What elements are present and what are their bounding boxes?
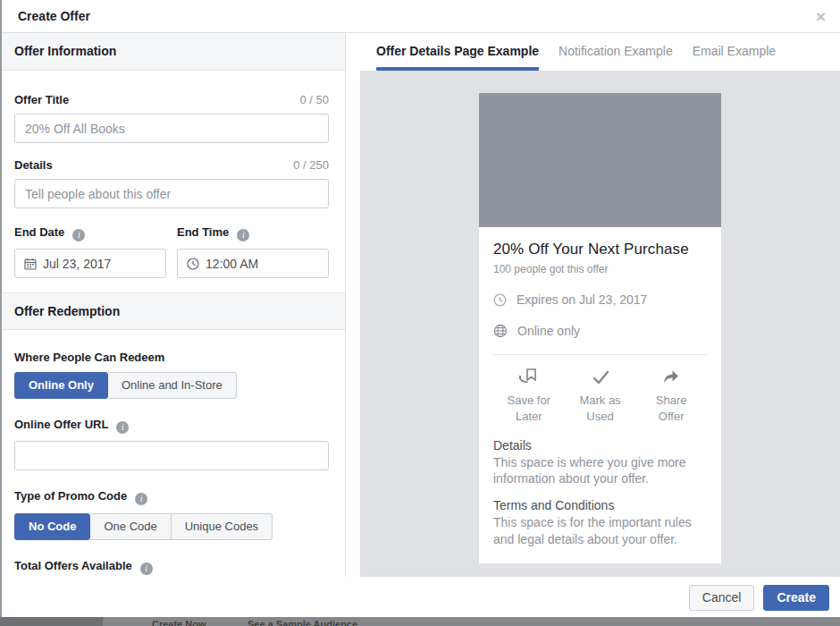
preview-location-text: Online only	[517, 324, 580, 338]
total-offers-label: Total Offers Available	[14, 559, 132, 572]
preview-tabbar: Offer Details Page Example Notification …	[360, 33, 840, 72]
offer-title-counter: 0 / 50	[299, 93, 329, 106]
online-offer-url-input[interactable]	[14, 441, 329, 470]
background-create-now-text: Create Now	[152, 619, 206, 626]
preview-details-text: This space is where you give more inform…	[493, 454, 707, 486]
promo-code-info-icon[interactable]: i	[135, 493, 147, 505]
details-counter: 0 / 250	[293, 158, 329, 172]
preview-details-heading: Details	[493, 438, 707, 453]
end-time-value: 12:00 AM	[206, 257, 258, 271]
mark-as-used-action[interactable]: Mark as Used	[565, 368, 636, 424]
save-for-later-label: Save for Later	[501, 393, 557, 424]
promo-option-one-code[interactable]: One Code	[90, 513, 171, 540]
share-offer-label: Share Offer	[643, 393, 699, 424]
details-input[interactable]	[14, 179, 329, 208]
section-offer-redemption: Offer Redemption	[0, 292, 345, 330]
redeem-option-online-only[interactable]: Online Only	[14, 372, 108, 399]
tab-notification-example[interactable]: Notification Example	[559, 33, 673, 71]
preview-expiry-text: Expires on Jul 23, 2017	[517, 292, 647, 307]
details-label: Details	[14, 158, 53, 172]
dimmed-background-strip: Create Now See a Sample Audience	[0, 617, 840, 626]
background-sample-audience-text: See a Sample Audience	[248, 619, 357, 626]
cancel-button[interactable]: Cancel	[689, 585, 755, 611]
modal-footer: Cancel Create	[0, 577, 840, 617]
redeem-option-online-and-in-store[interactable]: Online and In-Store	[108, 372, 237, 399]
offer-title-input[interactable]	[14, 114, 329, 143]
promo-segmented-control: No Code One Code Unique Codes	[14, 513, 329, 540]
online-offer-url-info-icon[interactable]: i	[116, 421, 129, 434]
share-offer-action[interactable]: Share Offer	[635, 368, 707, 424]
save-bookmark-icon	[493, 368, 565, 387]
tab-offer-details-page-example[interactable]: Offer Details Page Example	[376, 33, 539, 71]
online-offer-url-label: Online Offer URL	[14, 418, 108, 431]
modal-title: Create Offer	[18, 9, 816, 23]
clock-icon	[187, 258, 199, 270]
redeem-segmented-control: Online Only Online and In-Store	[14, 372, 329, 399]
promo-code-label: Type of Promo Code	[14, 489, 127, 503]
total-offers-info-icon[interactable]: i	[140, 563, 153, 575]
preview-panel: Offer Details Page Example Notification …	[360, 33, 840, 577]
tab-email-example[interactable]: Email Example	[693, 33, 776, 71]
offer-title-label: Offer Title	[14, 93, 69, 106]
section-offer-information: Offer Information	[0, 33, 345, 71]
end-date-input[interactable]: Jul 23, 2017	[14, 249, 166, 278]
calendar-icon	[24, 258, 37, 270]
offer-preview-card: 20% Off Your Next Purchase 100 people go…	[479, 93, 721, 563]
share-arrow-icon	[635, 368, 707, 387]
preview-offer-title: 20% Off Your Next Purchase	[493, 241, 707, 258]
mark-as-used-label: Mark as Used	[573, 393, 628, 424]
preview-terms-heading: Terms and Conditions	[493, 498, 707, 512]
end-date-label: End Date	[14, 225, 64, 239]
preview-claim-count: 100 people got this offer	[493, 263, 707, 275]
end-time-input[interactable]: 12:00 AM	[177, 249, 329, 278]
dimmed-page-edge	[0, 0, 2, 617]
create-button[interactable]: Create	[763, 585, 829, 611]
promo-option-unique-codes[interactable]: Unique Codes	[172, 513, 273, 540]
offer-image-placeholder	[479, 93, 721, 227]
save-for-later-action[interactable]: Save for Later	[493, 368, 565, 424]
checkmark-icon	[565, 368, 636, 387]
expires-clock-icon	[493, 293, 507, 307]
end-time-info-icon[interactable]: i	[237, 229, 249, 241]
close-icon[interactable]: ×	[816, 8, 826, 25]
globe-icon	[493, 324, 508, 338]
preview-terms-text: This space is for the important rules an…	[493, 514, 707, 546]
preview-actions-row: Save for Later Mark as Used	[493, 354, 707, 424]
end-date-info-icon[interactable]: i	[72, 229, 85, 241]
modal-header: Create Offer ×	[0, 0, 840, 33]
redeem-label: Where People Can Redeem	[14, 351, 164, 364]
promo-option-no-code[interactable]: No Code	[14, 513, 90, 540]
preview-canvas: 20% Off Your Next Purchase 100 people go…	[360, 72, 840, 577]
end-date-value: Jul 23, 2017	[43, 257, 111, 271]
offer-form-panel: Offer Information Offer Title 0 / 50 Det…	[0, 33, 346, 577]
create-offer-modal: Create Offer × Offer Information Offer T…	[0, 0, 840, 626]
dimmed-background-block	[0, 617, 103, 626]
end-time-label: End Time	[177, 225, 229, 239]
